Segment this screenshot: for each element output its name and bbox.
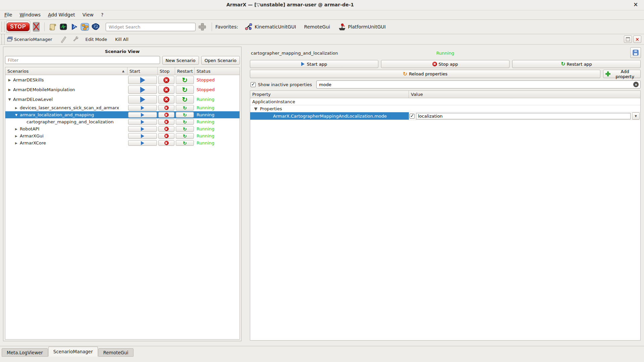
property-enabled-checkbox[interactable] bbox=[410, 114, 415, 119]
stop-button[interactable] bbox=[158, 112, 174, 118]
log-scroll-icon[interactable] bbox=[48, 22, 57, 31]
column-header-value[interactable]: Value bbox=[409, 91, 640, 98]
expanded-icon[interactable]: ▼ bbox=[254, 106, 258, 111]
menu-add-widget[interactable]: Add Widget bbox=[44, 11, 79, 19]
stop-button[interactable] bbox=[158, 119, 174, 125]
scenario-name: RobotAPI bbox=[20, 126, 39, 131]
stop-app-button[interactable]: Stop app bbox=[381, 60, 509, 68]
menu-?[interactable]: ? bbox=[97, 11, 107, 19]
start-app-button[interactable]: Start app bbox=[250, 60, 378, 68]
stop-button[interactable]: STOP bbox=[6, 21, 30, 33]
restart-app-button[interactable]: Restart app bbox=[512, 60, 641, 68]
restart-button[interactable] bbox=[176, 85, 194, 94]
tab-remotegui[interactable]: RemoteGui bbox=[98, 348, 133, 357]
start-button[interactable] bbox=[128, 133, 157, 139]
menu-file[interactable]: File bbox=[1, 11, 16, 19]
favorite-kinematicunitgui[interactable]: KinematicUnitGUI bbox=[241, 23, 300, 31]
expanded-expander-icon[interactable]: ▼ bbox=[7, 98, 12, 101]
scenario-row[interactable]: ▶RobotAPIRunning bbox=[5, 125, 239, 132]
stop-button[interactable] bbox=[158, 140, 174, 146]
start-button[interactable] bbox=[128, 85, 157, 94]
restart-button[interactable] bbox=[176, 76, 194, 84]
dock-close-button[interactable] bbox=[633, 36, 641, 43]
run-trigger-icon[interactable] bbox=[70, 22, 78, 31]
dock-float-button[interactable] bbox=[624, 36, 632, 43]
disconnect-icon[interactable] bbox=[33, 22, 40, 32]
kill-all-button[interactable]: Kill All bbox=[111, 36, 132, 43]
start-button[interactable] bbox=[128, 95, 157, 104]
widget-search-input[interactable] bbox=[106, 23, 196, 31]
scenario-filter-input[interactable] bbox=[5, 56, 160, 64]
column-header-restart[interactable]: Restart bbox=[175, 67, 195, 75]
window-close-icon[interactable] bbox=[632, 1, 639, 8]
menu-view[interactable]: View bbox=[79, 11, 97, 19]
scenario-row[interactable]: ▼armarx_localization_and_mappingRunning bbox=[5, 111, 239, 118]
stop-button[interactable] bbox=[158, 126, 174, 132]
brain-icon[interactable] bbox=[91, 22, 100, 31]
restart-button[interactable] bbox=[176, 112, 194, 118]
column-header-stop[interactable]: Stop bbox=[158, 67, 175, 75]
open-scenario-button[interactable]: Open Scenario bbox=[201, 56, 240, 65]
collapsed-expander-icon[interactable]: ▶ bbox=[7, 78, 12, 82]
scenario-row[interactable]: ▶ArmarXGuiRunning bbox=[5, 132, 239, 139]
save-button[interactable] bbox=[630, 47, 641, 58]
tab-meta-logviewer[interactable]: Meta.LogViewer bbox=[2, 348, 48, 357]
favorite-remotegui[interactable]: RemoteGui bbox=[300, 24, 334, 29]
start-button[interactable] bbox=[128, 119, 157, 125]
add-property-button[interactable]: Add property bbox=[603, 70, 641, 78]
start-button[interactable] bbox=[128, 112, 157, 118]
scenario-row[interactable]: ▼ArmarDELowLevelRunning bbox=[5, 95, 239, 104]
clear-filter-icon[interactable] bbox=[633, 82, 639, 87]
restart-button[interactable] bbox=[176, 119, 194, 125]
property-section-row[interactable]: ▼ Properties bbox=[250, 105, 640, 112]
scenario-row[interactable]: ▶ArmarDESkillsStopped bbox=[5, 75, 239, 85]
stop-button[interactable] bbox=[158, 85, 174, 94]
restart-button[interactable] bbox=[176, 140, 194, 146]
tab-scenariomanager[interactable]: ScenarioManager bbox=[48, 347, 98, 357]
collapsed-expander-icon[interactable]: ▶ bbox=[14, 141, 18, 145]
stop-button[interactable] bbox=[158, 76, 174, 84]
collapsed-expander-icon[interactable]: ▶ bbox=[14, 134, 18, 138]
column-header-scenarios[interactable]: Scenarios bbox=[5, 67, 127, 75]
start-button[interactable] bbox=[128, 126, 157, 132]
property-name[interactable]: ArmarX.CartographerMappingAndLocalizatio… bbox=[250, 112, 409, 120]
scenario-row[interactable]: ▶ArmarXCoreRunning bbox=[5, 139, 239, 146]
restart-button[interactable] bbox=[176, 126, 194, 132]
new-scenario-button[interactable]: New Scenario bbox=[162, 56, 199, 65]
restart-button[interactable] bbox=[176, 133, 194, 139]
property-value-input[interactable] bbox=[416, 113, 631, 119]
stop-button[interactable] bbox=[158, 133, 174, 139]
collapsed-expander-icon[interactable]: ▶ bbox=[7, 88, 12, 92]
system-monitor-icon[interactable] bbox=[59, 22, 68, 31]
property-group-row[interactable]: ApplicationInstance bbox=[250, 98, 640, 105]
property-filter-input[interactable] bbox=[316, 80, 641, 88]
scenario-row[interactable]: ▶ArmarDEMobileManipulationStopped bbox=[5, 85, 239, 95]
favorites-label: Favorites: bbox=[215, 24, 238, 29]
add-widget-plus-icon[interactable] bbox=[198, 23, 206, 31]
reload-properties-button[interactable]: Reload properties bbox=[250, 70, 600, 78]
collapsed-expander-icon[interactable]: ▶ bbox=[14, 127, 18, 131]
start-button[interactable] bbox=[128, 140, 157, 146]
stop-button[interactable] bbox=[158, 95, 174, 104]
column-header-status[interactable]: Status bbox=[195, 67, 239, 75]
pencil-icon[interactable] bbox=[60, 37, 66, 42]
expanded-expander-icon[interactable]: ▼ bbox=[14, 113, 18, 117]
wrench-icon[interactable] bbox=[72, 36, 78, 43]
start-button[interactable] bbox=[128, 76, 157, 84]
show-inactive-checkbox[interactable] bbox=[251, 82, 256, 87]
column-header-property[interactable]: Property bbox=[250, 91, 409, 98]
stop-button[interactable] bbox=[158, 105, 174, 111]
scenario-row[interactable]: cartographer_mapping_and_localizationRun… bbox=[5, 118, 239, 125]
scenario-manager-icon[interactable] bbox=[80, 22, 89, 31]
column-header-start[interactable]: Start bbox=[127, 67, 158, 75]
favorite-platformunitgui[interactable]: PlatformUnitGUI bbox=[334, 23, 390, 31]
dropdown-arrow-icon[interactable] bbox=[632, 112, 640, 120]
property-row[interactable]: ArmarX.CartographerMappingAndLocalizatio… bbox=[250, 112, 640, 120]
scenario-row[interactable]: ▶devices_laser_scanners_sick_scan_xd_arm… bbox=[5, 104, 239, 111]
collapsed-expander-icon[interactable]: ▶ bbox=[14, 106, 18, 110]
restart-button[interactable] bbox=[176, 95, 194, 104]
start-button[interactable] bbox=[128, 105, 157, 111]
restart-button[interactable] bbox=[176, 105, 194, 111]
edit-mode-button[interactable]: Edit Mode bbox=[82, 36, 111, 43]
menu-windows[interactable]: Windows bbox=[16, 11, 44, 19]
